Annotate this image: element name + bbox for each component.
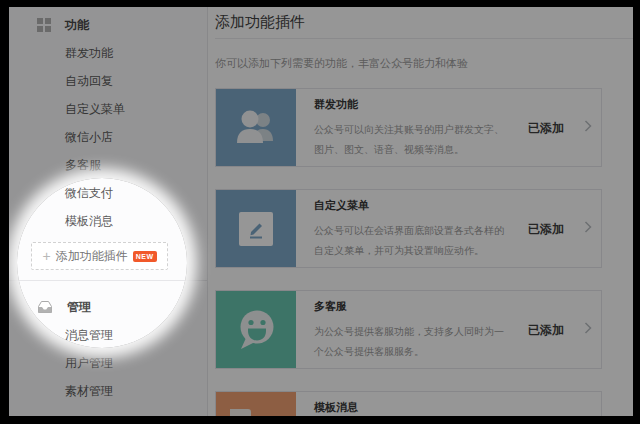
card-description: 为公众号提供客服功能，支持多人同时为一个公众号提供客服服务。 [314,322,510,362]
chevron-right-icon[interactable] [584,221,592,233]
plus-icon: + [42,249,50,263]
sidebar: 功能 群发功能 自动回复 自定义菜单 微信小店 多客服 微信支付 模板消息 + … [9,7,208,416]
mass-message-icon [216,89,296,166]
plugin-card-template-message[interactable]: 模板消息 [215,391,602,416]
plugin-card-mass-message[interactable]: 群发功能 公众号可以向关注其账号的用户群发文字、图片、图文、语音、视频等消息。 … [215,88,602,167]
add-plugin-label: 添加功能插件 [56,248,128,265]
page: 功能 群发功能 自动回复 自定义菜单 微信小店 多客服 微信支付 模板消息 + … [9,7,633,416]
inbox-icon [37,300,53,314]
page-title: 添加功能插件 [215,13,633,32]
plugin-card-list: 群发功能 公众号可以向关注其账号的用户群发文字、图片、图文、语音、视频等消息。 … [215,88,633,416]
new-badge: NEW [133,251,157,262]
sidebar-section-features: 功能 [9,11,207,39]
sidebar-item-wechat-store[interactable]: 微信小店 [9,123,207,151]
page-subtitle: 你可以添加下列需要的功能，丰富公众号能力和体验 [215,55,633,71]
sidebar-item-auto-reply[interactable]: 自动回复 [9,67,207,95]
card-status-added: 已添加 [528,221,564,238]
sidebar-item-custom-menu[interactable]: 自定义菜单 [9,95,207,123]
chevron-right-icon[interactable] [584,120,592,132]
page-header: 添加功能插件 [215,7,633,39]
sidebar-item-message-manage[interactable]: 消息管理 [9,321,207,349]
card-title: 群发功能 [314,97,358,112]
sidebar-section-manage: 管理 [9,293,207,321]
sidebar-item-wechat-pay[interactable]: 微信支付 [9,179,207,207]
template-message-icon [216,392,296,416]
card-title: 自定义菜单 [314,198,369,213]
card-status-added: 已添加 [528,120,564,137]
card-description: 公众号可以在会话界面底部设置各式各样的自定义菜单，并可为其设置响应动作。 [314,221,510,261]
add-plugin-button[interactable]: + 添加功能插件 NEW [31,242,168,270]
sidebar-item-material-manage[interactable]: 素材管理 [9,377,207,405]
sidebar-item-multi-service[interactable]: 多客服 [9,151,207,179]
main-content: 添加功能插件 你可以添加下列需要的功能，丰富公众号能力和体验 群发功能 公众号可… [209,7,633,416]
smiley-bubble-icon [216,291,296,368]
sidebar-item-user-manage[interactable]: 用户管理 [9,349,207,377]
chevron-right-icon[interactable] [584,322,592,334]
sidebar-section-label: 管理 [67,299,91,316]
custom-menu-icon [216,190,296,267]
sidebar-item-mass-message[interactable]: 群发功能 [9,39,207,67]
sidebar-divider [9,280,207,281]
card-title: 模板消息 [314,400,358,415]
plugin-card-custom-menu[interactable]: 自定义菜单 公众号可以在会话界面底部设置各式各样的自定义菜单，并可为其设置响应动… [215,189,602,268]
sidebar-section-label: 功能 [65,17,89,34]
plugin-card-multi-service[interactable]: 多客服 为公众号提供客服功能，支持多人同时为一个公众号提供客服服务。 已添加 [215,290,602,369]
card-description: 公众号可以向关注其账号的用户群发文字、图片、图文、语音、视频等消息。 [314,120,510,160]
pencil-icon [239,212,273,246]
features-grid-icon [37,18,51,32]
card-title: 多客服 [314,299,347,314]
sidebar-item-template-message[interactable]: 模板消息 [9,207,207,235]
card-status-added: 已添加 [528,322,564,339]
